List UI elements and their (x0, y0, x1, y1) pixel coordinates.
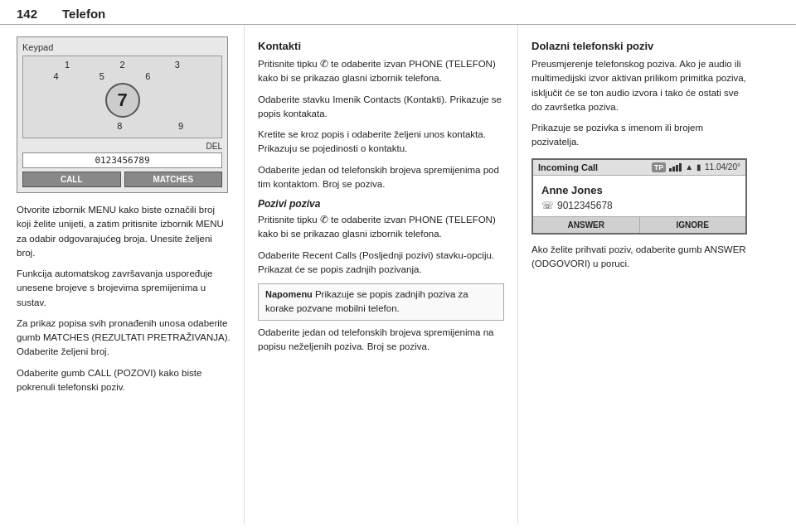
middle-para-3: Kretite se kroz popis i odaberite željen… (258, 128, 504, 157)
middle-para-6: Odaberite Recent Calls (Posljednji poziv… (258, 249, 504, 278)
call-body: Anne Jones ☏ 9012345678 (533, 176, 745, 216)
incoming-call-mockup: Incoming Call TP ▲ ▮ 11.04/20° (531, 158, 747, 235)
answer-button[interactable]: ANSWER (533, 217, 639, 233)
middle-para-4: Odaberite jedan od telefonskih brojeva s… (258, 163, 504, 192)
note-label: Napomenu (265, 289, 313, 299)
incoming-call-label: Incoming Call (538, 162, 598, 172)
battery-icon: ▮ (696, 162, 701, 172)
middle-para-2: Odaberite stavku Imenik Contacts (Kontak… (258, 93, 504, 122)
caller-name: Anne Jones (541, 184, 737, 196)
keypad-big-7[interactable]: 7 (105, 83, 140, 118)
incoming-call-heading: Dolazni telefonski poziv (531, 40, 750, 52)
call-action-buttons: ANSWER IGNORE (533, 216, 745, 233)
keypad-bottom-buttons: CALL MATCHES (22, 172, 222, 187)
tp-badge: TP (652, 162, 667, 172)
call-button[interactable]: CALL (22, 172, 121, 187)
keypad-label: Keypad (22, 42, 222, 52)
call-time: 11.04/20° (705, 162, 740, 172)
left-para-1: Otvorite izbornik MENU kako biste označi… (17, 203, 231, 260)
call-header: Incoming Call TP ▲ ▮ 11.04/20° (533, 160, 745, 176)
contacts-heading: Kontakti (258, 40, 504, 52)
main-content: Keypad 1 2 3 4 5 6 7 (0, 25, 796, 524)
middle-para-1: Pritisnite tipku ✆ te odaberite izvan PH… (258, 57, 504, 86)
left-para-3: Za prikaz popisa svih pronađenih unosa o… (17, 317, 231, 360)
matches-button[interactable]: MATCHES (124, 172, 223, 187)
right-para-2: Prikazuje se pozivka s imenom ili brojem… (531, 121, 750, 150)
keypad-display[interactable]: 0123456789 (22, 152, 222, 168)
page-number: 142 (17, 7, 37, 21)
call-status-bar: TP ▲ ▮ 11.04/20° (652, 162, 740, 172)
middle-para-7: Odaberite jedan od telefonskih brojeva s… (258, 326, 504, 355)
ignore-button[interactable]: IGNORE (640, 217, 746, 233)
phone-icon: ☏ (541, 200, 554, 211)
left-column: Keypad 1 2 3 4 5 6 7 (0, 25, 245, 524)
wifi-icon: ▲ (685, 162, 693, 172)
page-header: 142 Telefon (0, 0, 796, 25)
caller-number: ☏ 9012345678 (541, 200, 737, 211)
right-column: Dolazni telefonski poziv Preusmjerenje t… (518, 25, 763, 524)
keypad-del: DEL (22, 142, 222, 151)
calls-subheading: Pozivi poziva (258, 198, 504, 210)
page-title: Telefon (62, 7, 105, 21)
keypad-mockup: Keypad 1 2 3 4 5 6 7 (17, 36, 228, 193)
left-para-2: Funkcija automatskog završavanja uspoređ… (17, 267, 231, 310)
note-box: Napomenu Prikazuje se popis zadnjih pozi… (258, 283, 504, 321)
left-para-4: Odaberite gumb CALL (POZOVI) kako biste … (17, 366, 231, 395)
right-para-1: Preusmjerenje telefonskog poziva. Ako je… (531, 57, 750, 114)
right-para-3: Ako želite prihvati poziv, odaberite gum… (531, 243, 750, 272)
middle-column: Kontakti Pritisnite tipku ✆ te odaberite… (245, 25, 518, 524)
signal-bars (669, 163, 682, 172)
middle-para-5: Pritisnite tipku ✆ te odaberite izvan PH… (258, 213, 504, 242)
